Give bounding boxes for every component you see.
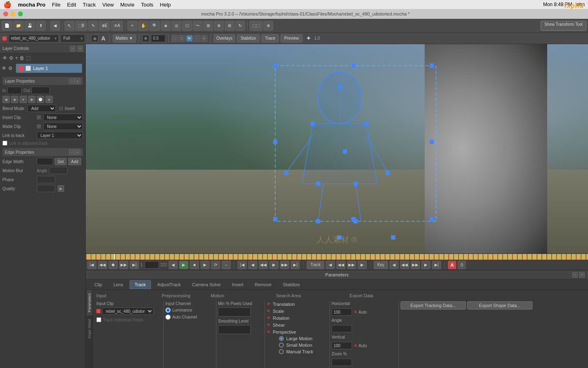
stop-btn[interactable]: ⏺ [109, 261, 118, 269]
out-input[interactable]: 222 [31, 87, 50, 94]
side-label-dope-sheet[interactable]: Dope Sheet [87, 316, 92, 342]
show-transform-button[interactable]: Show Transform Tool [541, 21, 586, 31]
pen-tool[interactable]: ✎ [88, 21, 98, 31]
opacity-input[interactable]: 0.5 [151, 35, 165, 42]
link-tool[interactable]: ⬡ [182, 21, 192, 31]
export-btn[interactable]: ⬆ [36, 21, 46, 31]
loop-btn[interactable]: ⟳ [211, 261, 220, 269]
step-back-btn[interactable]: ◀◀ [98, 261, 107, 269]
min-pixels-input[interactable]: 90 [218, 307, 251, 316]
current-frame-input[interactable]: 13 [145, 261, 159, 269]
side-label-parameters[interactable]: Parameters [87, 290, 92, 316]
tc-next2[interactable]: ▶▶ [280, 261, 289, 269]
lock-icon[interactable]: ⚙ [8, 65, 13, 71]
plus-tool[interactable]: + [127, 21, 137, 31]
save-btn[interactable]: 💾 [24, 21, 35, 31]
in-input[interactable]: 1 [7, 87, 22, 94]
back-btn[interactable]: ◀ [50, 21, 60, 31]
select-tool[interactable]: ↖ [65, 21, 74, 31]
grid2-tool[interactable]: ⊞ [225, 21, 234, 31]
transform-tool[interactable]: ⬚B [75, 21, 87, 31]
tc-key-step-left[interactable]: ◀◀ [400, 261, 409, 269]
align-tool[interactable]: ⊞ [203, 21, 213, 31]
view-btn1[interactable]: ⬚ [172, 35, 178, 42]
zoom-tool[interactable]: 🔍 [149, 21, 160, 31]
edge-set-button[interactable]: Set [55, 158, 67, 165]
close-button[interactable] [3, 11, 8, 16]
kf-diamond-btn[interactable]: ◈ [45, 96, 53, 103]
new-btn[interactable]: 📄 [2, 21, 12, 31]
grid-tool[interactable]: ⊕ [214, 21, 224, 31]
tab-clip[interactable]: Clip [89, 280, 107, 289]
view-btn4[interactable]: ○ [194, 35, 200, 42]
overlay-box[interactable]: ▣ [142, 35, 149, 42]
edge-props-close[interactable]: × [75, 149, 80, 155]
link-adjusted-checkbox[interactable] [2, 141, 7, 146]
layer-controls-close[interactable]: × [77, 46, 83, 52]
tc-key-step-right[interactable]: ▶▶ [411, 261, 420, 269]
layer-duplicate-icon[interactable]: ⬚ [26, 55, 31, 61]
play-btn[interactable]: ▶ [179, 261, 188, 269]
tc-track-right[interactable]: ▶ [358, 261, 367, 269]
visibility-eye-icon[interactable]: 👁 [2, 65, 7, 71]
tab-insert[interactable]: Insert [227, 280, 249, 289]
goto-start-btn[interactable]: |◀ [87, 261, 96, 269]
overlays-button[interactable]: Overlays [214, 34, 235, 43]
zero-button[interactable]: 0 [458, 261, 466, 269]
eye-icon[interactable]: 👁 [2, 55, 7, 61]
file-menu[interactable]: File [52, 2, 60, 8]
edge-props-minimize[interactable]: − [69, 149, 75, 155]
link-track-select[interactable]: Layer 1 [37, 132, 83, 139]
trace-button[interactable]: Trace [261, 34, 279, 43]
track-button[interactable]: Track [307, 261, 324, 269]
small-motion-radio[interactable] [279, 343, 284, 348]
frames-tool[interactable]: ⬚⬚ [249, 21, 263, 31]
tc-prev2[interactable]: ◀ [248, 261, 257, 269]
maximize-button[interactable] [18, 11, 23, 16]
magic-wand-tool[interactable]: ◈ [161, 21, 171, 31]
tc-goto-start2[interactable]: |◀ [238, 261, 247, 269]
preview-button[interactable]: Preview [281, 34, 303, 43]
kf-next-btn[interactable]: |▶ [28, 96, 36, 103]
smoothing-input[interactable]: 0 [218, 325, 251, 334]
movie-menu[interactable]: Movie [120, 2, 135, 8]
open-btn[interactable]: 📁 [13, 21, 24, 31]
tc-next3[interactable]: ▶| [291, 261, 300, 269]
gear-icon[interactable]: ⚙ [9, 55, 13, 61]
refresh-tool[interactable]: ↻ [235, 21, 245, 31]
next-frame-btn[interactable]: ▶ [200, 261, 209, 269]
goto-end-btn[interactable]: ▶| [130, 261, 139, 269]
feather-tool[interactable]: ◎ [172, 21, 181, 31]
tc-key-step-right2[interactable]: ▶ [421, 261, 430, 269]
manual-track-radio[interactable] [279, 349, 284, 354]
clip-dropdown[interactable]: rebel_sc_480_udistor [8, 34, 59, 43]
crosshair-tool[interactable]: ⊕ [263, 21, 273, 31]
add-point-tool[interactable]: ⊕E [99, 21, 111, 31]
view-menu[interactable]: View [102, 2, 114, 8]
horizontal-input[interactable]: 100 [332, 308, 352, 316]
tc-track-step-left[interactable]: ◀◀ [336, 261, 345, 269]
tab-track[interactable]: Track [129, 280, 151, 289]
view-btn5[interactable]: ◎ [201, 35, 207, 42]
blend-mode-select[interactable]: Add [27, 105, 56, 112]
kf-add-btn[interactable]: ◆ [11, 96, 18, 103]
prev-frame-btn[interactable]: ◀ [169, 261, 178, 269]
tab-adjust-track[interactable]: AdjustTrack [152, 280, 186, 289]
step-fwd-btn[interactable]: ▶▶ [119, 261, 128, 269]
layer-add-icon[interactable]: + [15, 55, 18, 61]
stop-square-btn[interactable]: ■ [190, 261, 199, 269]
input-clip-select[interactable]: rebel_sc_480_udistor [102, 307, 154, 315]
layer-delete-icon[interactable]: 🗑 [20, 55, 24, 61]
bounce-btn[interactable]: ↔ [222, 261, 231, 269]
color-swatch1[interactable]: ▣ [91, 35, 98, 42]
tc-key-end[interactable]: ▶| [432, 261, 441, 269]
minimize-button[interactable] [11, 11, 16, 16]
layer-controls-minimize[interactable]: − [70, 46, 76, 52]
view-btn2[interactable]: ◻ [179, 35, 185, 42]
zoom-input[interactable]: 0 [332, 359, 352, 366]
app-name-menu[interactable]: mocha Pro [18, 2, 45, 8]
params-close-btn[interactable]: × [579, 272, 585, 278]
angle-sa-input[interactable]: 0 [332, 325, 352, 332]
edge-width-input[interactable]: 3 [37, 158, 53, 165]
tc-key-left[interactable]: ◀ [390, 261, 399, 269]
